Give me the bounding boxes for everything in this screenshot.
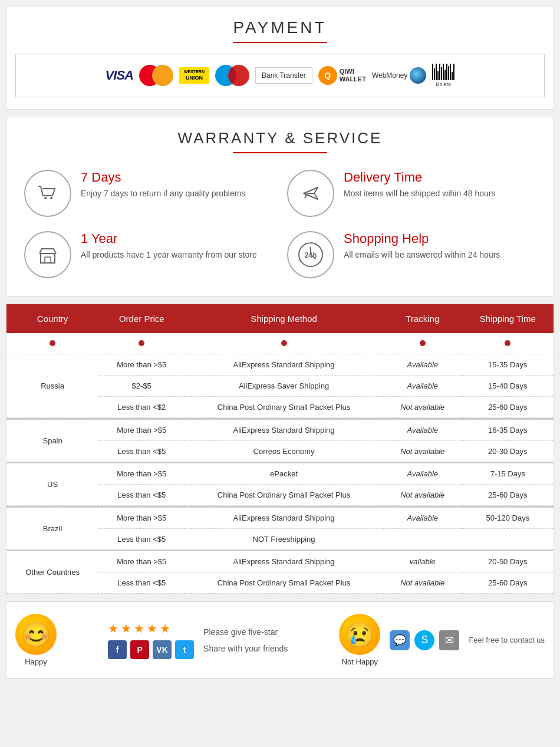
bank-transfer-text: Bank Transfer [255,67,312,84]
footer-section: 😊 Happy ★ ★ ★ ★ ★ f P VK t [6,601,554,679]
visa-text: VISA [106,68,133,83]
contact-icons[interactable]: 💬 S ✉ [390,630,459,650]
svg-rect-4 [45,257,51,263]
tracking-cell: Available [383,507,462,529]
warranty-item-1year: 1 Year All products have 1 year warranty… [24,231,273,278]
method-cell: China Post Ordinary Small Packet Plus [185,572,383,594]
twitter-button[interactable]: t [175,640,194,659]
table-row: SpainMore than >$5AliExpress Standard Sh… [6,419,554,441]
mc-orange-circle [152,65,173,86]
warranty-1year-desc: All products have 1 year warranty from o… [81,249,257,261]
qiwi-circle: Q [318,66,337,85]
dot-price [139,340,144,346]
tracking-cell [383,528,462,549]
share-text: Share with your friends [203,644,288,653]
tracking-cell: vailable [383,551,462,572]
warranty-delivery-heading: Delivery Time [344,170,496,185]
time-cell: 7-15 Days [462,463,554,485]
method-cell: ePacket [185,463,383,485]
stars-row: ★ ★ ★ ★ ★ [108,621,194,636]
email-icon[interactable]: ✉ [439,630,459,650]
warranty-help-heading: Shopping Help [344,231,500,246]
pinterest-button[interactable]: P [130,640,149,659]
method-cell: AliExpress Saver Shipping [185,376,383,397]
table-header-row: Country Order Price Shipping Method Trac… [6,304,554,333]
star2-icon: ★ [121,621,131,636]
skype-icon[interactable]: S [414,630,434,650]
maestro-logo [215,65,249,86]
webmoney-text: WebMoney [372,71,407,80]
tracking-cell: Not available [383,397,462,418]
method-cell: China Post Ordinary Small Packet Plus [185,485,383,506]
dot-country [50,340,55,346]
social-row[interactable]: f P VK t [108,640,194,659]
cart-icon [24,170,71,217]
time-cell: 25-60 Days [462,572,554,594]
warranty-1year-heading: 1 Year [81,231,257,246]
table-row: Other CountriesMore than >$5AliExpress S… [6,551,554,572]
star5-icon: ★ [160,621,170,636]
payment-section: PAYMENT VISA WESTERN UNION [6,6,554,110]
star3-icon: ★ [134,621,144,636]
tracking-cell: Available [383,419,462,441]
price-cell: Less than <$5 [98,572,185,594]
barcode-line [432,64,433,80]
shipping-table: Country Order Price Shipping Method Trac… [6,304,554,594]
western-union-box: WESTERN UNION [179,67,209,83]
happy-column: 😊 Happy [15,614,57,666]
table-row: BrazilMore than >$5AliExpress Standard S… [6,507,554,529]
facebook-button[interactable]: f [108,640,127,659]
store-icon [24,231,71,278]
not-happy-emoji-icon: 😢 [339,614,380,655]
tracking-cell: Not available [383,572,462,594]
payment-title: PAYMENT [15,18,545,37]
warranty-help-text: Shopping Help All emails will be answere… [344,231,500,261]
warranty-7days-desc: Enjoy 7 days to return if any quality pr… [81,187,245,200]
star1-icon: ★ [108,621,118,636]
time-cell: 20-50 Days [462,551,554,572]
footer-right: 😢 Not Happy 💬 S ✉ Feel free to contact u… [339,614,545,666]
price-cell: More than >$5 [98,507,185,529]
warranty-item-7days: 7 Days Enjoy 7 days to return if any qua… [24,170,273,217]
method-cell: China Post Ordinary Small Packet Plus [185,397,383,418]
visa-logo: VISA [106,68,133,83]
time-cell: 15-40 Days [462,376,554,397]
warranty-item-delivery: Delivery Time Most items will be shipped… [287,170,536,217]
vk-button[interactable]: VK [153,640,172,659]
qiwi-text: QIWIWALLET [340,68,366,83]
tracking-cell: Available [383,376,462,397]
warranty-underline [233,152,327,153]
dot-row [6,333,554,354]
five-star-text: Please give five-star [203,627,288,637]
price-cell: Less than <$2 [98,397,185,418]
bank-transfer-logo: Bank Transfer [255,67,312,84]
chat-icon[interactable]: 💬 [390,630,410,650]
payment-logos-row: VISA WESTERN UNION Bank Transfer [15,54,545,97]
country-cell: Spain [6,419,98,462]
svg-point-1 [50,197,52,199]
clock-24h-icon: 24h [287,231,334,278]
barcode-lines [432,64,454,80]
price-cell: Less than <$5 [98,485,185,506]
warranty-grid: 7 Days Enjoy 7 days to return if any qua… [24,170,536,278]
price-cell: More than >$5 [98,354,185,376]
webmoney-globe-icon [410,67,426,84]
feel-free-text: Feel free to contact us [469,636,545,644]
boleto-logo: Boleto [432,64,454,87]
svg-rect-3 [41,254,55,263]
country-cell: US [6,463,98,506]
table-row: RussiaMore than >$5AliExpress Standard S… [6,354,554,376]
shipping-body: RussiaMore than >$5AliExpress Standard S… [6,333,554,594]
wu-text2: UNION [186,75,203,81]
price-cell: More than >$5 [98,551,185,572]
not-happy-column: 😢 Not Happy [339,614,380,666]
boleto-text: Boleto [436,81,452,87]
tracking-cell: Not available [383,440,462,462]
method-cell: NOT Freeshipping [185,528,383,549]
time-cell: 16-35 Days [462,419,554,441]
happy-label: Happy [25,657,47,666]
warranty-7days-heading: 7 Days [81,170,245,185]
time-cell: 25-60 Days [462,485,554,506]
footer-text-col: Please give five-star Share with your fr… [203,627,288,653]
western-union-logo: WESTERN UNION [179,67,209,83]
